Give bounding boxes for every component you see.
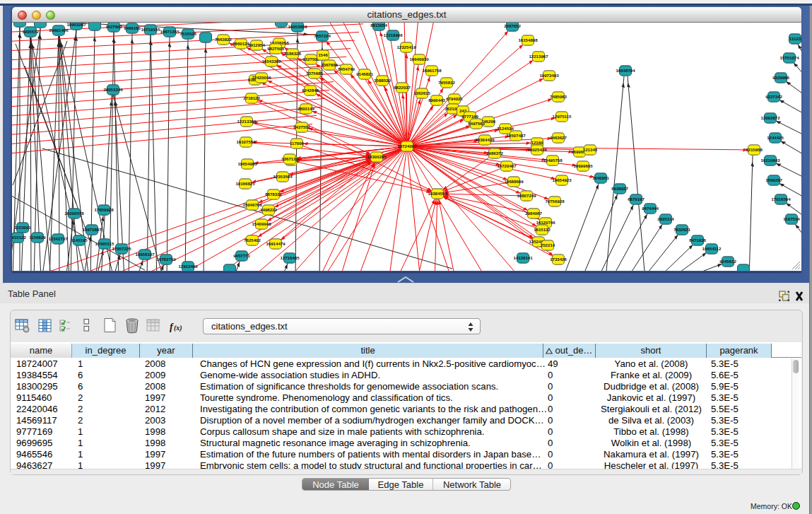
svg-text:9777169: 9777169 [461,114,478,119]
svg-text:8938927: 8938927 [611,186,628,191]
svg-text:2718120: 2718120 [243,95,260,100]
svg-text:9245612: 9245612 [719,259,736,264]
svg-text:12505115: 12505115 [95,241,114,246]
svg-text:7857224: 7857224 [314,33,331,38]
svg-text:28053346: 28053346 [103,87,123,92]
svg-text:15409948: 15409948 [252,221,271,226]
svg-text:12975115: 12975115 [553,114,572,119]
svg-text:3124534: 3124534 [497,126,514,131]
svg-text:1527602: 1527602 [105,24,122,29]
svg-text:15495758: 15495758 [543,158,563,163]
svg-text:8471636: 8471636 [689,238,706,243]
svg-text:1615132: 1615132 [534,227,551,232]
svg-text:1156829: 1156829 [29,235,46,240]
svg-text:2986372: 2986372 [486,151,503,156]
svg-text:16782759: 16782759 [156,257,176,262]
svg-text:8186328: 8186328 [284,51,301,56]
svg-text:2087652: 2087652 [504,23,521,28]
svg-text:12342737: 12342737 [48,236,68,241]
svg-text:1905572: 1905572 [22,29,39,34]
svg-text:10953287: 10953287 [66,23,86,27]
svg-text:9463627: 9463627 [550,135,567,140]
svg-text:10654112: 10654112 [702,246,722,251]
svg-text:7485063: 7485063 [550,94,567,99]
svg-text:3915122: 3915122 [12,235,26,240]
svg-text:6794021: 6794021 [446,96,463,101]
svg-text:(x): (x) [174,324,182,332]
svg-text:20364436: 20364436 [475,137,495,142]
svg-text:6466160: 6466160 [124,25,141,30]
svg-text:11123: 11123 [789,36,801,41]
svg-text:9227342: 9227342 [765,94,782,99]
svg-text:10975887: 10975887 [82,227,102,232]
svg-text:1733426: 1733426 [550,257,567,262]
svg-text:1153001: 1153001 [14,225,31,230]
svg-text:1588520: 1588520 [374,78,391,83]
svg-text:19384554: 19384554 [428,191,447,196]
svg-text:6879197: 6879197 [628,197,645,201]
svg-text:18807249: 18807249 [517,193,536,198]
svg-text:10958107: 10958107 [135,252,155,257]
svg-text:10671355: 10671355 [160,29,180,34]
svg-text:1167534: 1167534 [783,216,800,221]
svg-text:252214: 252214 [541,243,555,247]
svg-text:8822037: 8822037 [394,85,411,90]
svg-text:12218906: 12218906 [383,33,403,37]
svg-text:8454749: 8454749 [338,66,355,71]
svg-text:7515526: 7515526 [180,31,196,36]
svg-text:12213369: 12213369 [237,119,257,124]
svg-text:20200578: 20200578 [64,211,84,216]
svg-text:12353594: 12353594 [273,174,293,179]
svg-text:15751074: 15751074 [779,55,799,60]
svg-text:9827503: 9827503 [267,46,284,51]
svg-text:16914479: 16914479 [266,241,286,246]
svg-text:8813054: 8813054 [370,23,387,28]
svg-text:22420046: 22420046 [252,75,271,80]
svg-text:10973493: 10973493 [539,73,559,78]
svg-text:10025438: 10025438 [527,147,547,152]
svg-text:15046708: 15046708 [242,202,262,207]
svg-text:13716485: 13716485 [280,255,300,260]
svg-text:17957225: 17957225 [112,246,131,251]
svg-text:12213967: 12213967 [529,54,548,59]
svg-text:70756928: 70756928 [545,199,565,204]
svg-text:7663822: 7663822 [215,37,232,42]
svg-text:16648794: 16648794 [616,68,635,73]
svg-text:3215958: 3215958 [746,147,763,152]
svg-text:1498222: 1498222 [260,207,277,212]
svg-text:12160: 12160 [531,140,544,145]
svg-text:1569297: 1569297 [765,177,782,182]
svg-text:7632621: 7632621 [673,227,690,232]
svg-text:15720407: 15720407 [497,163,517,168]
svg-text:16120746: 16120746 [536,220,555,225]
svg-text:16640910: 16640910 [409,57,429,62]
svg-text:7955812: 7955812 [438,80,455,85]
svg-text:10699695: 10699695 [573,163,593,168]
svg-text:18724007: 18724007 [397,144,417,148]
svg-text:6497563: 6497563 [468,121,485,126]
svg-text:9242848: 9242848 [302,88,319,93]
svg-text:16107553: 16107553 [236,139,256,144]
svg-text:10719155: 10719155 [141,27,160,32]
svg-text:20691406: 20691406 [49,28,69,33]
svg-text:12923466: 12923466 [178,264,198,269]
svg-text:16154808: 16154808 [518,37,538,42]
svg-text:9146821: 9146821 [356,71,373,76]
svg-text:117006: 117006 [290,141,305,146]
svg-text:1244415: 1244415 [767,135,784,140]
svg-text:16053809: 16053809 [288,24,307,29]
svg-text:12093872: 12093872 [760,115,780,120]
svg-text:16543362: 16543362 [261,59,281,64]
svg-text:2803144: 2803144 [298,106,314,111]
svg-text:16210643: 16210643 [760,158,780,163]
svg-text:8660124: 8660124 [233,41,249,46]
svg-text:19166825: 19166825 [235,181,255,186]
svg-text:2935114: 2935114 [657,216,674,221]
svg-text:10688609: 10688609 [504,179,524,184]
svg-text:9329966: 9329966 [772,75,789,80]
svg-text:14136141: 14136141 [513,255,533,260]
svg-text:19654923: 19654923 [552,177,572,182]
svg-text:16961758: 16961758 [422,68,442,73]
svg-text:17016504: 17016504 [771,197,791,201]
svg-text:8990443: 8990443 [428,98,445,103]
